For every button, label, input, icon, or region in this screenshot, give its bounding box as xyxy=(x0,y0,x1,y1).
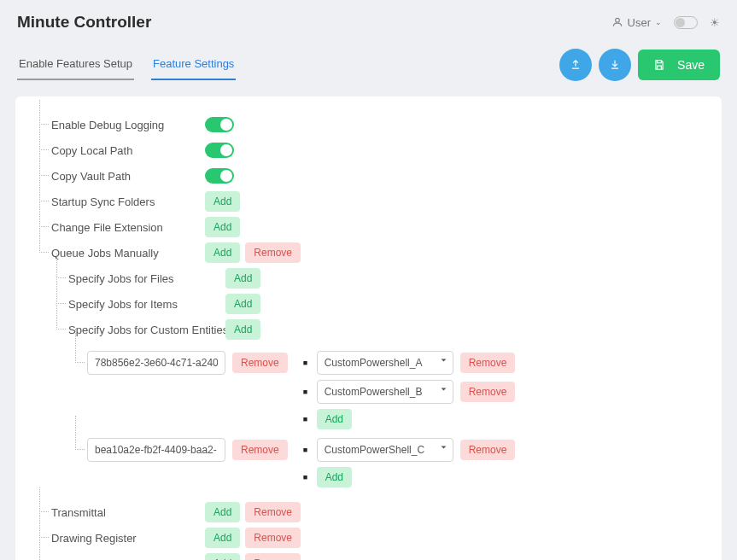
remove-queue-jobs[interactable]: Remove xyxy=(245,242,301,263)
setting-transmittal-label: Transmittal xyxy=(51,506,106,519)
remove-import-tool[interactable]: Remove xyxy=(245,553,301,560)
user-icon xyxy=(611,16,623,28)
toggle-copy-local[interactable] xyxy=(205,143,234,158)
upload-button[interactable] xyxy=(559,49,592,81)
remove-transmittal[interactable]: Remove xyxy=(245,502,301,522)
setting-spec-files-label: Specify Jobs for Files xyxy=(68,272,174,285)
toggle-copy-vault[interactable] xyxy=(205,168,234,184)
remove-custom-entity[interactable]: Remove xyxy=(232,353,288,373)
remove-drawing-reg[interactable]: Remove xyxy=(245,528,301,548)
tab-feature-settings[interactable]: Feature Settings xyxy=(151,50,236,80)
download-icon xyxy=(609,59,621,71)
setting-change-ext-label: Change File Extension xyxy=(51,221,163,234)
add-transmittal[interactable]: Add xyxy=(205,502,240,522)
settings-panel: Enable Debug Logging Copy Local Path Cop… xyxy=(15,96,722,560)
svg-point-0 xyxy=(615,18,619,22)
add-script[interactable]: Add xyxy=(317,467,352,487)
save-label: Save xyxy=(677,58,705,72)
setting-copy-vault-label: Copy Vault Path xyxy=(51,170,131,183)
save-button[interactable]: Save xyxy=(638,50,720,80)
page-title: Minute Controller xyxy=(17,13,151,32)
add-drawing-reg[interactable]: Add xyxy=(205,528,240,548)
add-script[interactable]: Add xyxy=(317,409,352,429)
remove-custom-entity[interactable]: Remove xyxy=(232,440,288,460)
bullet-icon: ■ xyxy=(303,415,310,423)
bullet-icon: ■ xyxy=(303,359,310,367)
add-spec-items[interactable]: Add xyxy=(225,294,260,314)
save-icon xyxy=(653,59,665,71)
bullet-icon: ■ xyxy=(303,473,310,481)
setting-spec-custom-label: Specify Jobs for Custom Entities xyxy=(68,324,228,336)
script-select[interactable] xyxy=(317,380,453,404)
script-select[interactable] xyxy=(317,438,453,462)
setting-copy-local-label: Copy Local Path xyxy=(51,144,132,157)
add-import-tool[interactable]: Add xyxy=(205,553,240,560)
remove-script[interactable]: Remove xyxy=(460,440,516,460)
bullet-icon: ■ xyxy=(303,388,310,396)
chevron-down-icon: ⌄ xyxy=(655,18,662,26)
add-queue-jobs[interactable]: Add xyxy=(205,242,240,263)
user-label: User xyxy=(628,16,651,29)
theme-toggle[interactable] xyxy=(674,16,698,29)
setting-spec-items-label: Specify Jobs for Items xyxy=(68,298,178,311)
bullet-icon: ■ xyxy=(303,446,310,454)
setting-drawing-reg-label: Drawing Register xyxy=(51,532,137,545)
sun-icon[interactable]: ☀ xyxy=(710,16,720,29)
remove-script[interactable]: Remove xyxy=(460,353,516,373)
add-spec-custom[interactable]: Add xyxy=(225,319,260,340)
custom-entity-guid-input[interactable] xyxy=(87,438,225,462)
add-spec-files[interactable]: Add xyxy=(225,268,260,289)
remove-script[interactable]: Remove xyxy=(460,382,516,402)
toggle-debug[interactable] xyxy=(205,117,234,132)
add-startup-sync[interactable]: Add xyxy=(205,191,240,212)
custom-entity-guid-input[interactable] xyxy=(87,351,225,375)
user-menu[interactable]: User ⌄ xyxy=(611,16,662,29)
setting-debug-label: Enable Debug Logging xyxy=(51,119,164,131)
tabs: Enable Features Setup Feature Settings xyxy=(17,50,249,80)
setting-import-tool-label: Import Files Tool xyxy=(51,557,132,561)
download-button[interactable] xyxy=(599,49,631,81)
setting-queue-jobs-label: Queue Jobs Manually xyxy=(51,247,159,260)
script-select[interactable] xyxy=(317,351,453,375)
add-change-ext[interactable]: Add xyxy=(205,217,240,237)
upload-icon xyxy=(570,59,582,71)
tab-enable-features[interactable]: Enable Features Setup xyxy=(17,50,134,80)
setting-startup-sync-label: Startup Sync Folders xyxy=(51,195,155,208)
